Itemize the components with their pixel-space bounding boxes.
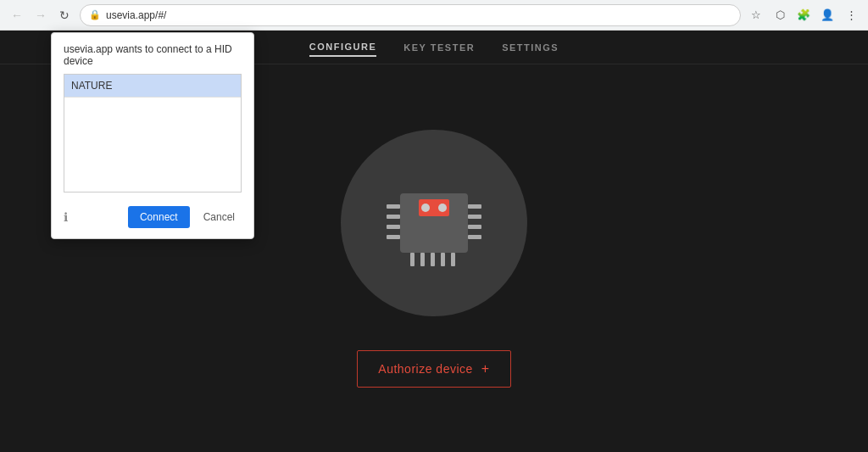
nav-buttons: ← → ↻ [7,5,75,25]
svg-rect-12 [410,253,415,266]
svg-point-3 [438,204,447,212]
svg-rect-7 [387,235,400,239]
menu-button[interactable]: ⋮ [841,5,861,25]
browser-chrome: ← → ↻ 🔒 usevia.app/#/ ☆ ⬡ 🧩 👤 ⋮ [0,0,868,31]
svg-rect-6 [387,225,400,229]
svg-rect-13 [420,253,425,266]
nav-key-tester[interactable]: KEY TESTER [403,39,475,56]
svg-rect-9 [468,215,481,219]
svg-rect-14 [431,253,435,266]
dialog-header: usevia.app wants to connect to a HID dev… [52,33,253,74]
bookmark-star-button[interactable]: ☆ [746,5,766,25]
svg-point-2 [421,204,430,212]
url-text: usevia.app/#/ [106,9,166,21]
chip-icon [375,168,493,278]
address-bar[interactable]: 🔒 usevia.app/#/ [80,4,741,26]
browser-actions: ☆ ⬡ 🧩 👤 ⋮ [746,5,861,25]
hid-dialog: usevia.app wants to connect to a HID dev… [51,32,254,239]
nav-settings[interactable]: SETTINGS [502,39,559,56]
dialog-footer: ℹ Connect Cancel [52,199,253,238]
cancel-button[interactable]: Cancel [197,206,242,228]
svg-rect-10 [468,225,481,229]
profile-button[interactable]: 👤 [817,5,837,25]
extensions-button[interactable]: 🧩 [793,5,814,25]
svg-rect-16 [451,253,455,266]
back-button[interactable]: ← [7,5,27,25]
cast-button[interactable]: ⬡ [770,5,790,25]
forward-button[interactable]: → [31,5,51,25]
nav-configure[interactable]: CONFIGURE [309,38,377,57]
chip-circle [341,130,527,316]
dialog-list-item[interactable]: NATURE [64,75,241,98]
svg-rect-15 [441,253,445,266]
info-icon[interactable]: ℹ [64,210,68,224]
dialog-buttons: Connect Cancel [128,206,242,228]
app-content: CONFIGURE KEY TESTER SETTINGS [0,31,868,452]
connect-button[interactable]: Connect [128,206,190,228]
plus-icon: + [481,361,490,377]
svg-rect-11 [468,235,481,239]
svg-rect-8 [468,204,481,209]
authorize-button-label: Authorize device [378,362,473,376]
authorize-device-button[interactable]: Authorize device + [357,350,510,388]
svg-rect-5 [387,215,400,219]
lock-icon: 🔒 [89,9,101,20]
reload-button[interactable]: ↻ [54,5,75,25]
dialog-list-area[interactable]: NATURE [64,74,242,193]
svg-rect-4 [387,204,400,209]
